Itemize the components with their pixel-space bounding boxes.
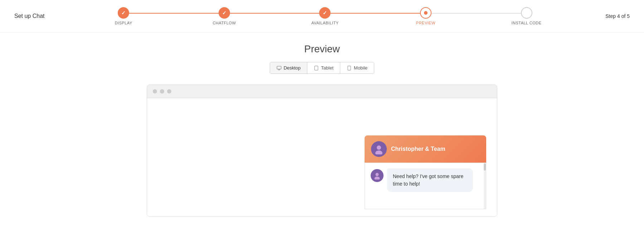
- progress-stepper: ✓ DISPLAY ✓ CHATFLOW ✓ AVAILABILITY: [45, 7, 606, 25]
- step-install-code-circle: [521, 7, 532, 19]
- tab-tablet[interactable]: Tablet: [307, 62, 340, 73]
- chat-agent-name: Christopher & Team: [391, 146, 445, 152]
- step-chatflow[interactable]: ✓ CHATFLOW: [174, 7, 275, 25]
- browser-dot-3: [167, 89, 171, 94]
- step-install-code[interactable]: INSTALL CODE: [476, 7, 577, 25]
- browser-dot-1: [153, 89, 157, 94]
- step-counter: Step 4 of 5: [605, 13, 630, 19]
- chat-scrollbar-thumb: [484, 163, 486, 171]
- chat-body: Need help? I've got some spare time to h…: [365, 163, 486, 209]
- step-display-circle: ✓: [118, 7, 129, 19]
- browser-dot-2: [160, 89, 164, 94]
- step-chatflow-label: CHATFLOW: [213, 21, 236, 25]
- svg-point-8: [375, 150, 382, 154]
- step-display-label: DISPLAY: [115, 21, 132, 25]
- browser-chrome: [147, 85, 497, 98]
- desktop-icon: [277, 66, 282, 71]
- message-avatar: [371, 169, 384, 182]
- message-avatar-silhouette: [373, 172, 381, 179]
- step-availability[interactable]: ✓ AVAILABILITY: [275, 7, 376, 25]
- page-title: Set up Chat: [14, 13, 45, 19]
- step-availability-circle: ✓: [319, 7, 331, 19]
- chat-widget: Christopher & Team: [365, 135, 486, 209]
- chat-header: Christopher & Team: [365, 135, 486, 163]
- step-display[interactable]: ✓ DISPLAY: [73, 7, 174, 25]
- svg-rect-3: [315, 66, 318, 70]
- preview-title: Preview: [304, 43, 340, 55]
- main-content: Preview Desktop Tablet Mobile: [0, 33, 644, 228]
- tablet-icon: [314, 66, 319, 71]
- browser-body: Christopher & Team: [147, 98, 497, 216]
- svg-point-10: [375, 177, 380, 179]
- svg-rect-5: [348, 66, 351, 70]
- tab-desktop[interactable]: Desktop: [270, 62, 308, 73]
- svg-point-7: [377, 145, 381, 150]
- chat-message-text: Need help? I've got some spare time to h…: [393, 173, 463, 187]
- page-header: Set up Chat ✓ DISPLAY ✓ CHATFLOW ✓ AVAIL…: [0, 0, 644, 33]
- svg-point-9: [376, 173, 379, 176]
- browser-preview: Christopher & Team: [147, 85, 497, 217]
- chat-message-row: Need help? I've got some spare time to h…: [371, 168, 480, 192]
- step-preview-label: PREVIEW: [416, 21, 435, 25]
- step-availability-label: AVAILABILITY: [311, 21, 339, 25]
- chat-scrollbar: [484, 163, 486, 209]
- chat-agent-avatar: [371, 141, 387, 157]
- step-install-code-label: INSTALL CODE: [511, 21, 541, 25]
- tab-mobile[interactable]: Mobile: [340, 62, 374, 73]
- chat-message-bubble: Need help? I've got some spare time to h…: [387, 168, 473, 192]
- step-preview-circle: [420, 7, 431, 19]
- step-preview[interactable]: PREVIEW: [375, 7, 476, 25]
- step-chatflow-circle: ✓: [219, 7, 230, 19]
- mobile-icon: [347, 66, 352, 71]
- view-tabs-group: Desktop Tablet Mobile: [270, 62, 375, 74]
- svg-rect-0: [277, 66, 281, 69]
- avatar-silhouette: [374, 144, 384, 154]
